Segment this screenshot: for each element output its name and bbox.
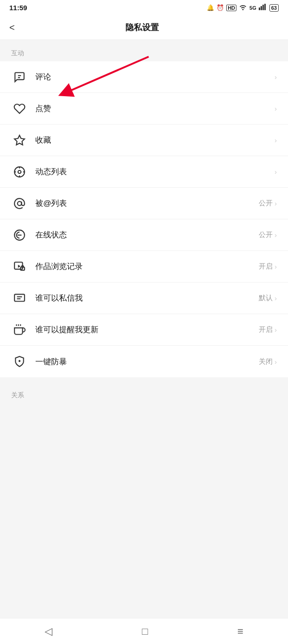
svg-point-15	[18, 201, 22, 205]
browse-history-value: 开启	[259, 262, 273, 271]
list-item-anti-spam[interactable]: 一键防暴 关闭 ›	[0, 346, 288, 377]
anti-spam-value: 关闭	[259, 357, 273, 366]
droplet-icon: 🔔	[207, 4, 214, 11]
online-status-label: 在线状态	[35, 230, 259, 240]
chat-icon	[11, 290, 28, 307]
online-status-arrow: ›	[275, 231, 277, 239]
list-item-dm[interactable]: 谁可以私信我 默认 ›	[0, 283, 288, 314]
at-list-arrow: ›	[275, 199, 277, 207]
svg-rect-20	[14, 294, 25, 301]
anti-spam-arrow: ›	[275, 358, 277, 366]
list-item-online-status[interactable]: 在线状态 公开 ›	[0, 219, 288, 251]
wifi-icon	[239, 4, 247, 12]
favorites-label: 收藏	[35, 135, 273, 145]
list-item-favorites[interactable]: 收藏 ›	[0, 125, 288, 156]
comments-arrow: ›	[275, 73, 277, 81]
hudong-section: 评论 › 点赞 › 收藏 ›	[0, 61, 288, 377]
svg-rect-1	[261, 6, 262, 10]
list-item-browse-history[interactable]: 作品浏览记录 开启 ›	[0, 251, 288, 283]
page-header: < 隐私设置	[0, 15, 288, 40]
svg-point-10	[18, 170, 21, 173]
heart-icon	[11, 100, 28, 117]
notify-label: 谁可以提醒我更新	[35, 324, 259, 335]
alarm-icon: ⏰	[216, 4, 224, 11]
at-list-label: 被@列表	[35, 198, 259, 209]
page-title: 隐私设置	[20, 22, 265, 33]
nav-back-button[interactable]: ◁	[45, 625, 52, 637]
likes-arrow: ›	[275, 105, 277, 112]
section-label-guanxi: 关系	[0, 382, 288, 403]
status-bar: 11:59 🔔 ⏰ HD 5G 63	[0, 0, 288, 15]
online-status-value: 公开	[259, 230, 273, 239]
list-item-activity[interactable]: 动态列表 ›	[0, 156, 288, 188]
svg-marker-8	[14, 135, 25, 145]
status-time: 11:59	[9, 4, 27, 12]
5g-icon: 5G	[249, 5, 256, 11]
battery-indicator: 63	[269, 4, 279, 12]
back-button[interactable]: <	[9, 22, 15, 33]
status-icons: 🔔 ⏰ HD 5G 63	[207, 4, 279, 12]
nav-home-button[interactable]: □	[142, 625, 148, 637]
list-item-likes[interactable]: 点赞 ›	[0, 93, 288, 125]
content-area: 互动 评论 ›	[0, 40, 288, 429]
list-item-comments[interactable]: 评论 ›	[0, 61, 288, 93]
dm-arrow: ›	[275, 294, 277, 302]
at-icon	[11, 195, 28, 212]
notify-value: 开启	[259, 325, 273, 334]
svg-rect-2	[262, 5, 264, 10]
favorites-arrow: ›	[275, 136, 277, 144]
signal-icon	[259, 4, 267, 12]
compass-icon	[11, 164, 28, 180]
play-lock-icon	[11, 258, 28, 275]
hand-icon	[11, 322, 28, 338]
dm-value: 默认	[259, 294, 273, 302]
activity-label: 动态列表	[35, 166, 273, 177]
likes-label: 点赞	[35, 103, 273, 114]
bottom-navigation: ◁ □ ≡	[0, 618, 288, 644]
list-item-at-list[interactable]: 被@列表 公开 ›	[0, 188, 288, 219]
comments-label: 评论	[35, 72, 273, 82]
online-icon	[11, 227, 28, 243]
dm-label: 谁可以私信我	[35, 293, 259, 303]
browse-history-arrow: ›	[275, 263, 277, 270]
at-list-value: 公开	[259, 199, 273, 208]
notify-arrow: ›	[275, 326, 277, 334]
shield-icon	[11, 353, 28, 370]
hd-icon: HD	[226, 5, 236, 11]
svg-rect-0	[259, 7, 260, 10]
nav-menu-button[interactable]: ≡	[237, 625, 243, 637]
star-icon	[11, 132, 28, 149]
list-item-notify[interactable]: 谁可以提醒我更新 开启 ›	[0, 314, 288, 346]
section-divider	[0, 377, 288, 382]
comment-icon	[11, 69, 28, 85]
section-label-hudong: 互动	[0, 40, 288, 61]
svg-rect-3	[264, 4, 266, 10]
activity-arrow: ›	[275, 168, 277, 176]
anti-spam-label: 一键防暴	[35, 356, 259, 367]
browse-history-label: 作品浏览记录	[35, 261, 259, 272]
